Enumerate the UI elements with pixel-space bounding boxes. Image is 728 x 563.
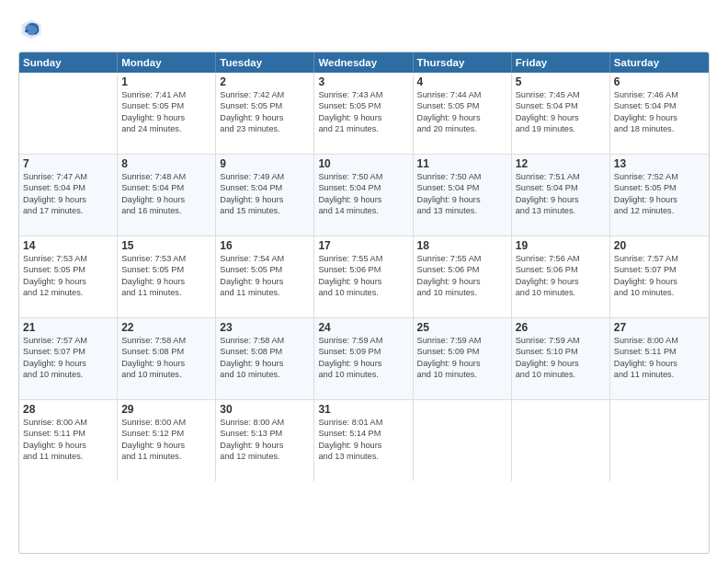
weekday-header-sunday: Sunday bbox=[19, 52, 118, 73]
calendar-cell: 29Sunrise: 8:00 AM Sunset: 5:12 PM Dayli… bbox=[118, 400, 216, 481]
calendar-cell: 16Sunrise: 7:54 AM Sunset: 5:05 PM Dayli… bbox=[216, 236, 314, 317]
day-info: Sunrise: 7:56 AM Sunset: 5:06 PM Dayligh… bbox=[516, 253, 606, 299]
weekday-header-saturday: Saturday bbox=[610, 52, 709, 73]
day-info: Sunrise: 7:42 AM Sunset: 5:05 PM Dayligh… bbox=[220, 89, 310, 135]
day-number: 18 bbox=[417, 239, 507, 252]
weekday-header-wednesday: Wednesday bbox=[314, 52, 413, 73]
calendar-cell: 19Sunrise: 7:56 AM Sunset: 5:06 PM Dayli… bbox=[512, 236, 610, 317]
day-number: 10 bbox=[318, 157, 408, 170]
day-number: 17 bbox=[318, 239, 408, 252]
calendar-cell bbox=[414, 400, 512, 481]
day-info: Sunrise: 7:58 AM Sunset: 5:08 PM Dayligh… bbox=[121, 335, 211, 381]
calendar-cell: 14Sunrise: 7:53 AM Sunset: 5:05 PM Dayli… bbox=[19, 236, 118, 317]
calendar-cell: 24Sunrise: 7:59 AM Sunset: 5:09 PM Dayli… bbox=[314, 318, 413, 399]
calendar-cell: 5Sunrise: 7:45 AM Sunset: 5:04 PM Daylig… bbox=[512, 73, 610, 154]
calendar-row: 7Sunrise: 7:47 AM Sunset: 5:04 PM Daylig… bbox=[19, 155, 709, 236]
day-number: 15 bbox=[121, 239, 211, 252]
calendar-cell: 10Sunrise: 7:50 AM Sunset: 5:04 PM Dayli… bbox=[314, 155, 413, 236]
calendar-row: 21Sunrise: 7:57 AM Sunset: 5:07 PM Dayli… bbox=[19, 318, 709, 400]
day-info: Sunrise: 8:00 AM Sunset: 5:13 PM Dayligh… bbox=[220, 417, 310, 463]
calendar-cell: 1Sunrise: 7:41 AM Sunset: 5:05 PM Daylig… bbox=[118, 73, 216, 154]
calendar-cell: 30Sunrise: 8:00 AM Sunset: 5:13 PM Dayli… bbox=[216, 400, 314, 481]
logo bbox=[18, 17, 48, 42]
calendar-cell: 22Sunrise: 7:58 AM Sunset: 5:08 PM Dayli… bbox=[118, 318, 216, 399]
day-number: 23 bbox=[220, 321, 310, 334]
day-info: Sunrise: 7:43 AM Sunset: 5:05 PM Dayligh… bbox=[318, 89, 408, 135]
day-number: 26 bbox=[516, 321, 606, 334]
day-number: 12 bbox=[516, 157, 606, 170]
day-number: 13 bbox=[614, 157, 705, 170]
day-number: 24 bbox=[318, 321, 408, 334]
calendar-cell: 11Sunrise: 7:50 AM Sunset: 5:04 PM Dayli… bbox=[414, 155, 512, 236]
calendar-cell: 9Sunrise: 7:49 AM Sunset: 5:04 PM Daylig… bbox=[216, 155, 314, 236]
day-info: Sunrise: 7:51 AM Sunset: 5:04 PM Dayligh… bbox=[516, 171, 606, 217]
weekday-header-tuesday: Tuesday bbox=[216, 52, 314, 73]
day-info: Sunrise: 7:50 AM Sunset: 5:04 PM Dayligh… bbox=[318, 171, 408, 217]
page: SundayMondayTuesdayWednesdayThursdayFrid… bbox=[0, 0, 728, 563]
calendar-cell bbox=[19, 73, 118, 154]
day-info: Sunrise: 7:58 AM Sunset: 5:08 PM Dayligh… bbox=[220, 335, 310, 381]
day-info: Sunrise: 7:57 AM Sunset: 5:07 PM Dayligh… bbox=[614, 253, 705, 299]
day-number: 4 bbox=[417, 75, 507, 88]
day-info: Sunrise: 7:50 AM Sunset: 5:04 PM Dayligh… bbox=[417, 171, 507, 217]
day-number: 31 bbox=[318, 403, 408, 416]
day-info: Sunrise: 7:49 AM Sunset: 5:04 PM Dayligh… bbox=[220, 171, 310, 217]
calendar-row: 28Sunrise: 8:00 AM Sunset: 5:11 PM Dayli… bbox=[19, 400, 709, 481]
calendar-cell bbox=[610, 400, 709, 481]
day-info: Sunrise: 7:59 AM Sunset: 5:10 PM Dayligh… bbox=[516, 335, 606, 381]
day-info: Sunrise: 7:53 AM Sunset: 5:05 PM Dayligh… bbox=[121, 253, 211, 299]
calendar-cell: 21Sunrise: 7:57 AM Sunset: 5:07 PM Dayli… bbox=[19, 318, 118, 399]
calendar-cell: 3Sunrise: 7:43 AM Sunset: 5:05 PM Daylig… bbox=[314, 73, 413, 154]
day-number: 2 bbox=[220, 75, 310, 88]
calendar-cell: 13Sunrise: 7:52 AM Sunset: 5:05 PM Dayli… bbox=[610, 155, 709, 236]
day-number: 20 bbox=[614, 239, 705, 252]
calendar-cell: 23Sunrise: 7:58 AM Sunset: 5:08 PM Dayli… bbox=[216, 318, 314, 399]
day-number: 21 bbox=[23, 321, 113, 334]
day-info: Sunrise: 7:46 AM Sunset: 5:04 PM Dayligh… bbox=[614, 89, 705, 135]
day-number: 22 bbox=[121, 321, 211, 334]
weekday-header-thursday: Thursday bbox=[414, 52, 512, 73]
day-number: 27 bbox=[614, 321, 705, 334]
svg-point-1 bbox=[25, 29, 28, 33]
day-info: Sunrise: 7:45 AM Sunset: 5:04 PM Dayligh… bbox=[516, 89, 606, 135]
calendar-cell: 25Sunrise: 7:59 AM Sunset: 5:09 PM Dayli… bbox=[414, 318, 512, 399]
calendar-cell: 26Sunrise: 7:59 AM Sunset: 5:10 PM Dayli… bbox=[512, 318, 610, 399]
day-info: Sunrise: 8:01 AM Sunset: 5:14 PM Dayligh… bbox=[318, 417, 408, 463]
day-info: Sunrise: 7:55 AM Sunset: 5:06 PM Dayligh… bbox=[318, 253, 408, 299]
day-info: Sunrise: 8:00 AM Sunset: 5:11 PM Dayligh… bbox=[614, 335, 705, 381]
header bbox=[18, 17, 710, 42]
calendar-cell: 6Sunrise: 7:46 AM Sunset: 5:04 PM Daylig… bbox=[610, 73, 709, 154]
calendar-cell: 8Sunrise: 7:48 AM Sunset: 5:04 PM Daylig… bbox=[118, 155, 216, 236]
weekday-header-monday: Monday bbox=[118, 52, 216, 73]
calendar-cell: 28Sunrise: 8:00 AM Sunset: 5:11 PM Dayli… bbox=[19, 400, 118, 481]
calendar-cell: 18Sunrise: 7:55 AM Sunset: 5:06 PM Dayli… bbox=[414, 236, 512, 317]
day-number: 5 bbox=[516, 75, 606, 88]
day-info: Sunrise: 7:41 AM Sunset: 5:05 PM Dayligh… bbox=[121, 89, 211, 135]
day-number: 16 bbox=[220, 239, 310, 252]
calendar-cell bbox=[512, 400, 610, 481]
calendar-cell: 20Sunrise: 7:57 AM Sunset: 5:07 PM Dayli… bbox=[610, 236, 709, 317]
weekday-header-friday: Friday bbox=[512, 52, 610, 73]
calendar: SundayMondayTuesdayWednesdayThursdayFrid… bbox=[18, 52, 710, 554]
day-info: Sunrise: 7:54 AM Sunset: 5:05 PM Dayligh… bbox=[220, 253, 310, 299]
day-info: Sunrise: 8:00 AM Sunset: 5:12 PM Dayligh… bbox=[121, 417, 211, 463]
calendar-row: 1Sunrise: 7:41 AM Sunset: 5:05 PM Daylig… bbox=[19, 73, 709, 155]
day-info: Sunrise: 7:55 AM Sunset: 5:06 PM Dayligh… bbox=[417, 253, 507, 299]
calendar-row: 14Sunrise: 7:53 AM Sunset: 5:05 PM Dayli… bbox=[19, 236, 709, 318]
calendar-cell: 12Sunrise: 7:51 AM Sunset: 5:04 PM Dayli… bbox=[512, 155, 610, 236]
day-info: Sunrise: 7:44 AM Sunset: 5:05 PM Dayligh… bbox=[417, 89, 507, 135]
day-number: 14 bbox=[23, 239, 113, 252]
day-info: Sunrise: 7:53 AM Sunset: 5:05 PM Dayligh… bbox=[23, 253, 113, 299]
calendar-body: 1Sunrise: 7:41 AM Sunset: 5:05 PM Daylig… bbox=[19, 73, 709, 481]
calendar-cell: 15Sunrise: 7:53 AM Sunset: 5:05 PM Dayli… bbox=[118, 236, 216, 317]
day-number: 29 bbox=[121, 403, 211, 416]
day-number: 3 bbox=[318, 75, 408, 88]
day-number: 25 bbox=[417, 321, 507, 334]
calendar-cell: 4Sunrise: 7:44 AM Sunset: 5:05 PM Daylig… bbox=[414, 73, 512, 154]
day-info: Sunrise: 7:59 AM Sunset: 5:09 PM Dayligh… bbox=[318, 335, 408, 381]
calendar-cell: 17Sunrise: 7:55 AM Sunset: 5:06 PM Dayli… bbox=[314, 236, 413, 317]
day-number: 28 bbox=[23, 403, 113, 416]
day-number: 6 bbox=[614, 75, 705, 88]
day-number: 19 bbox=[516, 239, 606, 252]
day-info: Sunrise: 7:52 AM Sunset: 5:05 PM Dayligh… bbox=[614, 171, 705, 217]
